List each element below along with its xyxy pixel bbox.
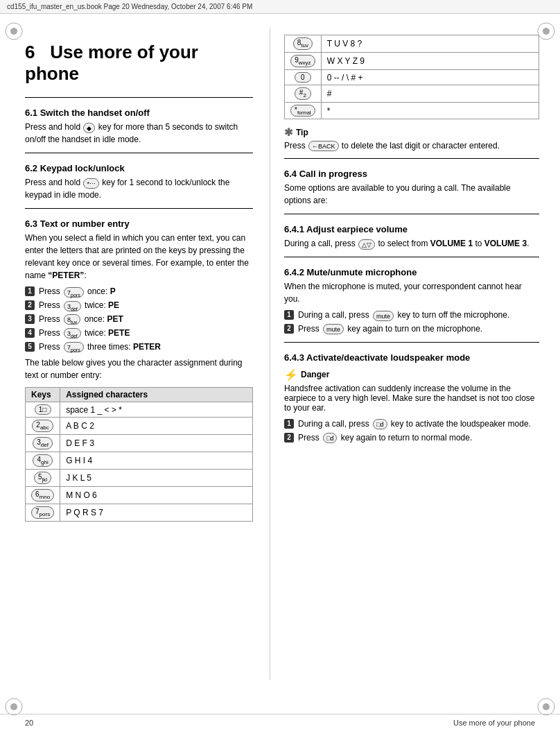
- peter-step-5: 5 Press 7pors three times: PETER: [25, 341, 253, 353]
- section-643-heading: 6.4.3 Activate/deactivate loudspeaker mo…: [284, 352, 539, 363]
- key-vol: △▽: [358, 239, 375, 250]
- section-641-heading: 6.4.1 Adjust earpiece volume: [284, 224, 539, 234]
- key-cell-hash: #2: [285, 85, 322, 103]
- key-2: 2abc: [32, 420, 53, 432]
- char-table-intro: The table below gives you the character …: [25, 357, 253, 381]
- chapter-number: 6: [25, 42, 35, 62]
- divider-642: [284, 342, 539, 343]
- page-content: 6 Use more of your phone 6.1 Switch the …: [0, 14, 560, 694]
- section-642-body: When the microphone is muted, your corre…: [284, 280, 539, 305]
- key-3def-2: 3def: [64, 328, 81, 338]
- speaker-step-1: 1 During a call, press □d key to activat…: [284, 418, 539, 430]
- key-star: *format: [290, 105, 315, 117]
- page-footer: 20 Use more of your phone: [0, 714, 560, 731]
- table-row: 9wxyz W X Y Z 9: [285, 53, 539, 70]
- peter-steps-list: 1 Press 7pors once: P 2 Press 3def twice…: [25, 286, 253, 352]
- tip-box: ✱ Tip Press ←BACK to delete the last dig…: [284, 126, 539, 151]
- step-badge-3: 3: [25, 314, 35, 324]
- divider-tip: [284, 158, 539, 159]
- step-badge-1: 1: [25, 286, 35, 296]
- divider-62: [25, 208, 253, 209]
- chars-cell-1: space 1 _ < > *: [60, 402, 253, 418]
- key-cell-0: 0: [285, 70, 322, 85]
- section-63-heading: 6.3 Text or number entry: [25, 218, 253, 229]
- danger-icon: ⚡: [284, 368, 298, 381]
- footer-text: Use more of your phone: [453, 719, 535, 727]
- table-row: 1□ space 1 _ < > *: [26, 402, 253, 418]
- key-star-format: *⋯: [83, 178, 99, 189]
- section-62-heading: 6.2 Keypad lock/unlock: [25, 163, 253, 173]
- svg-point-5: [10, 703, 17, 710]
- tip-star-icon: ✱: [284, 126, 293, 139]
- footer-page-number: 20: [25, 719, 33, 727]
- key-cell-9: 9wxyz: [285, 53, 322, 70]
- key-cell-6: 6mno: [26, 487, 60, 504]
- key-1: 1□: [35, 404, 51, 415]
- divider-641: [284, 257, 539, 257]
- num-char-table: 8tuv T U V 8 ? 9wxyz W X Y Z 9 0 0 -- / …: [284, 35, 539, 119]
- key-8: 8tuv: [293, 37, 313, 50]
- section-63-body: When you select a field in which you can…: [25, 232, 253, 282]
- chapter-title: Use more of your phone: [25, 42, 198, 84]
- speaker-step-2: 2 Press □d key again to return to normal…: [284, 432, 539, 444]
- table-row: 0 0 -- / \ # +: [285, 70, 539, 85]
- key-cell-3: 3def: [26, 435, 60, 452]
- table-row: 6mno M N O 6: [26, 487, 253, 504]
- tip-body: Press ←BACK to delete the last digit or …: [284, 141, 539, 151]
- speaker-step-1-text: During a call, press □d key to activate …: [298, 418, 531, 430]
- svg-point-3: [543, 28, 550, 35]
- step-badge-5: 5: [25, 342, 35, 352]
- right-column: 8tuv T U V 8 ? 9wxyz W X Y Z 9 0 0 -- / …: [270, 28, 560, 680]
- mute-step-2-text: Press mute key again to turn on the micr…: [298, 323, 482, 335]
- table-row: #2 #: [285, 85, 539, 103]
- chars-cell-2: A B C 2: [60, 418, 253, 435]
- key-cell-4: 4ghi: [26, 452, 60, 470]
- danger-header: ⚡ Danger: [284, 368, 539, 381]
- corner-decoration-tr: [536, 21, 557, 42]
- key-5: 5jkl: [34, 472, 51, 484]
- table-row: 7pors P Q R S 7: [26, 504, 253, 522]
- danger-label: Danger: [301, 370, 329, 379]
- char-assignment-table: Keys Assigned characters 1□ space 1 _ < …: [25, 387, 253, 522]
- table-row: *format *: [285, 103, 539, 119]
- section-64-heading: 6.4 Call in progress: [284, 169, 539, 179]
- tip-header: ✱ Tip: [284, 126, 539, 139]
- step-3-text: Press 8tuv once: PET: [39, 314, 123, 325]
- key-mute-2: mute: [323, 324, 344, 334]
- key-3: 3def: [33, 437, 53, 449]
- danger-box: ⚡ Danger Handsfree activation can sudden…: [284, 368, 539, 413]
- key-4: 4ghi: [33, 454, 52, 467]
- peter-step-3: 3 Press 8tuv once: PET: [25, 314, 253, 325]
- step-5-text: Press 7pors three times: PETER: [39, 341, 161, 353]
- mute-step-2: 2 Press mute key again to turn on the mi…: [284, 323, 539, 335]
- section-64-body: Some options are available to you during…: [284, 182, 539, 207]
- key-cell-star: *format: [285, 103, 322, 119]
- top-bar: cd155_ifu_master_en_us.book Page 20 Wedn…: [0, 0, 560, 14]
- table-row: 2abc A B C 2: [26, 418, 253, 435]
- key-7pors-2: 7pors: [64, 342, 84, 352]
- peter-step-1: 1 Press 7pors once: P: [25, 286, 253, 298]
- table-row: 3def D E F 3: [26, 435, 253, 452]
- mute-badge-1: 1: [284, 310, 294, 320]
- table-row: 5jkl J K L 5: [26, 470, 253, 487]
- key-cell-7: 7pors: [26, 504, 60, 522]
- key-7: 7pors: [31, 506, 54, 519]
- svg-point-1: [10, 28, 17, 35]
- svg-point-7: [543, 703, 550, 710]
- left-column: 6 Use more of your phone 6.1 Switch the …: [0, 28, 270, 680]
- chars-cell-4: G H I 4: [60, 452, 253, 470]
- table-row: 8tuv T U V 8 ?: [285, 35, 539, 53]
- chars-cell-9: W X Y Z 9: [321, 53, 539, 70]
- key-cell-8: 8tuv: [285, 35, 322, 53]
- key-speaker-1: □d: [373, 419, 387, 429]
- corner-decoration-tl: [3, 21, 24, 42]
- step-4-text: Press 3def twice: PETE: [39, 327, 130, 339]
- key-0: 0: [295, 72, 311, 83]
- peter-step-4: 4 Press 3def twice: PETE: [25, 327, 253, 339]
- mute-step-1-text: During a call, press mute key to turn of…: [298, 309, 509, 321]
- section-62-body: Press and hold *⋯ key for 1 second to lo…: [25, 176, 253, 201]
- key-cell-2: 2abc: [26, 418, 60, 435]
- key-speaker-2: □d: [323, 433, 337, 443]
- divider-61: [25, 153, 253, 153]
- key-8tuv: 8tuv: [64, 314, 80, 325]
